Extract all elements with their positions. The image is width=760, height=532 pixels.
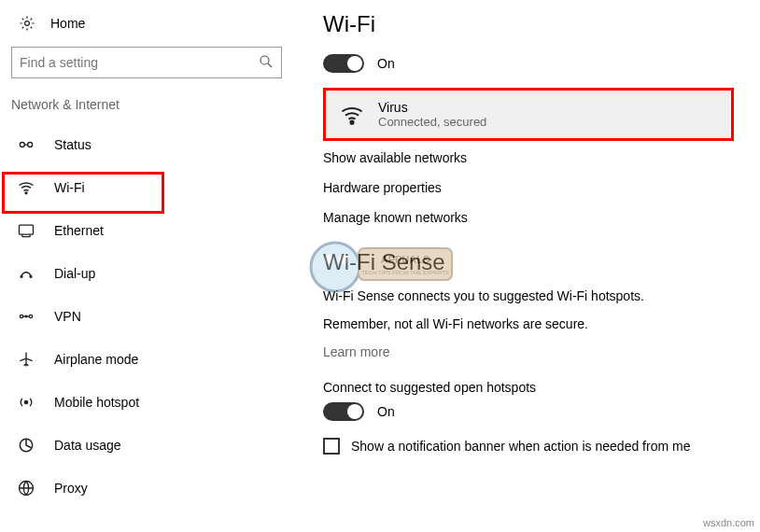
nav-label: Dial-up xyxy=(54,266,95,281)
sidebar-item-hotspot[interactable]: Mobile hotspot xyxy=(11,381,297,424)
nav-label: Wi-Fi xyxy=(54,180,85,195)
hotspot-icon xyxy=(17,393,35,412)
open-hotspots-toggle-label: On xyxy=(377,404,395,419)
wifi-toggle[interactable] xyxy=(323,54,364,73)
wifi-toggle-row: On xyxy=(323,54,751,73)
network-status: Connected, secured xyxy=(378,115,486,129)
open-hotspots-toggle-row: On xyxy=(323,402,751,421)
network-name: Virus xyxy=(378,100,486,115)
svg-rect-5 xyxy=(20,225,34,234)
open-hotspots-toggle[interactable] xyxy=(323,402,364,421)
sidebar-item-vpn[interactable]: VPN xyxy=(11,295,297,338)
banner-checkbox[interactable] xyxy=(323,438,340,455)
svg-point-4 xyxy=(25,192,27,194)
main-pane: Wi-Fi On Virus Connected, secured Show a… xyxy=(297,0,760,510)
link-show-available[interactable]: Show available networks xyxy=(323,150,751,165)
sidebar-item-ethernet[interactable]: Ethernet xyxy=(11,209,297,252)
gear-icon xyxy=(19,15,35,32)
wifi-sense-heading: Wi-Fi Sense xyxy=(323,249,751,275)
data-usage-icon xyxy=(17,436,35,455)
nav-label: VPN xyxy=(54,309,81,324)
sidebar-item-datausage[interactable]: Data usage xyxy=(11,424,297,467)
settings-sidebar: Home Network & Internet Status xyxy=(0,0,297,510)
nav-label: Ethernet xyxy=(54,223,104,238)
proxy-icon xyxy=(17,479,35,497)
status-icon xyxy=(17,135,35,154)
svg-point-2 xyxy=(20,143,24,147)
search-container xyxy=(11,47,282,78)
page-title: Wi-Fi xyxy=(323,11,751,37)
sidebar-item-status[interactable]: Status xyxy=(11,123,297,166)
sidebar-item-proxy[interactable]: Proxy xyxy=(11,467,297,510)
link-manage-known[interactable]: Manage known networks xyxy=(323,210,751,225)
svg-point-14 xyxy=(350,120,353,123)
wifi-toggle-label: On xyxy=(377,56,395,71)
svg-point-1 xyxy=(260,56,269,64)
search-input[interactable] xyxy=(11,47,282,78)
wifi-sense-warning: Remember, not all Wi-Fi networks are sec… xyxy=(323,316,751,331)
sidebar-item-home[interactable]: Home xyxy=(11,9,297,37)
svg-point-0 xyxy=(25,21,30,26)
wifi-signal-icon xyxy=(339,102,365,128)
svg-point-3 xyxy=(28,143,33,147)
wifi-sense-blurb: Wi-Fi Sense connects you to suggested Wi… xyxy=(323,288,751,303)
svg-point-7 xyxy=(30,275,32,277)
svg-point-6 xyxy=(21,275,22,277)
sidebar-item-wifi[interactable]: Wi-Fi xyxy=(11,166,297,209)
sidebar-item-dialup[interactable]: Dial-up xyxy=(11,252,297,295)
banner-checkbox-label: Show a notification banner when action i… xyxy=(351,439,690,454)
svg-point-10 xyxy=(25,315,27,317)
home-label: Home xyxy=(50,16,85,31)
nav-label: Airplane mode xyxy=(54,352,138,367)
banner-checkbox-row: Show a notification banner when action i… xyxy=(323,438,751,455)
connect-open-label: Connect to suggested open hotspots xyxy=(323,380,751,395)
vpn-icon xyxy=(17,307,35,326)
search-icon xyxy=(258,53,274,70)
airplane-icon xyxy=(17,350,35,369)
nav-label: Mobile hotspot xyxy=(54,395,139,410)
nav-label: Status xyxy=(54,137,91,152)
sidebar-item-airplane[interactable]: Airplane mode xyxy=(11,338,297,381)
current-network-card[interactable]: Virus Connected, secured xyxy=(323,88,734,141)
watermark-text: wsxdn.com xyxy=(703,517,754,528)
wifi-icon xyxy=(17,178,35,197)
link-hardware-properties[interactable]: Hardware properties xyxy=(323,180,751,195)
svg-point-11 xyxy=(24,400,27,403)
svg-point-9 xyxy=(29,315,32,317)
nav-label: Proxy xyxy=(54,481,88,496)
nav-label: Data usage xyxy=(54,438,121,453)
ethernet-icon xyxy=(17,221,35,240)
link-learn-more[interactable]: Learn more xyxy=(323,344,751,359)
sidebar-group-title: Network & Internet xyxy=(11,90,297,123)
svg-point-8 xyxy=(20,315,22,317)
dialup-icon xyxy=(17,264,35,283)
